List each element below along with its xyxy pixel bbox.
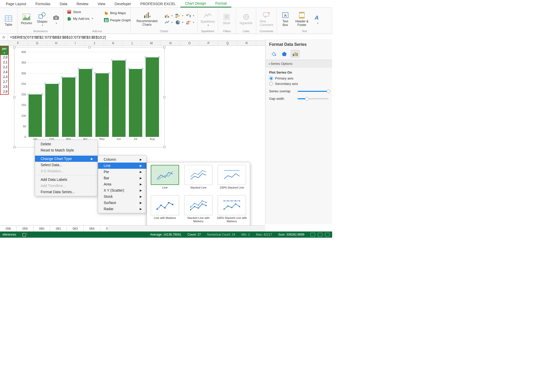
embedded-chart[interactable]: 050100150200250300350400 JanFebMarAprMay…: [14, 47, 165, 147]
resize-handle[interactable]: [163, 46, 165, 48]
col-header[interactable]: H: [47, 41, 66, 46]
chart-type-area[interactable]: Area▶: [98, 181, 146, 187]
store-button[interactable]: Store: [66, 9, 82, 15]
chart-type-stock[interactable]: Stock▶: [98, 193, 146, 200]
col-header-blank[interactable]: [0, 41, 9, 46]
view-page-break-icon[interactable]: [325, 233, 330, 236]
sheet-tab[interactable]: 061: [50, 226, 67, 231]
chart-type-column[interactable]: Column▶: [98, 156, 146, 163]
pictures-button[interactable]: Pictures: [20, 13, 33, 25]
line-option-line-with-markers[interactable]: Line with Markers: [149, 195, 180, 223]
sparklines-button[interactable]: Sparklines: [200, 11, 216, 27]
col-header[interactable]: J: [85, 41, 104, 46]
chart-bar[interactable]: [79, 69, 92, 137]
macro-record-icon[interactable]: [22, 233, 27, 237]
chart-combo-button[interactable]: [185, 19, 195, 25]
chart-column-button[interactable]: [163, 13, 174, 19]
tab-data[interactable]: Data: [55, 1, 72, 7]
secondary-axis-radio[interactable]: Secondary axis: [269, 82, 329, 86]
series-overlap-slider[interactable]: [298, 91, 329, 92]
recommended-charts-button[interactable]: Recommended Charts: [133, 11, 161, 27]
chart-type-radar[interactable]: Radar▶: [98, 206, 146, 212]
my-addins-button[interactable]: My Add-ins: [66, 15, 94, 22]
tab-view[interactable]: View: [93, 1, 110, 7]
bar-group[interactable]: [60, 77, 77, 137]
chart-waterfall-button[interactable]: [185, 13, 195, 19]
data-cell[interactable]: 2,7: [1, 79, 8, 84]
data-cell[interactable]: 2,5: [1, 84, 8, 89]
sheet-tab[interactable]: 060: [33, 226, 50, 231]
bar-group[interactable]: [43, 84, 60, 137]
ctx-delete[interactable]: Delete: [35, 141, 98, 147]
chart-bar[interactable]: [129, 69, 142, 137]
panel-tab-effects[interactable]: [280, 50, 289, 58]
shapes-button[interactable]: Shapes: [36, 11, 49, 27]
panel-tab-series-options[interactable]: [291, 50, 299, 58]
tab-formulas[interactable]: Formulas: [31, 1, 55, 7]
gap-width-slider[interactable]: [298, 98, 329, 99]
table-button[interactable]: Table: [2, 14, 15, 27]
data-cell[interactable]: 2,2: [1, 65, 8, 70]
col-header[interactable]: L: [123, 41, 142, 46]
primary-axis-radio[interactable]: Primary axis: [269, 76, 329, 80]
sheet-tab[interactable]: 064: [84, 226, 100, 231]
tab-format[interactable]: Format: [211, 0, 231, 7]
col-header[interactable]: K: [104, 41, 123, 46]
view-page-layout-icon[interactable]: [318, 233, 322, 236]
col-header[interactable]: F: [9, 41, 28, 46]
resize-handle[interactable]: [13, 46, 15, 48]
bar-group[interactable]: [110, 60, 127, 137]
tab-developer[interactable]: Developer: [110, 1, 136, 7]
chart-bar[interactable]: [146, 57, 159, 137]
resize-handle[interactable]: [163, 96, 165, 98]
col-header[interactable]: Q: [218, 41, 237, 46]
data-cell[interactable]: 2,3: [1, 75, 8, 79]
sheet-tab[interactable]: 058: [0, 226, 17, 231]
bar-group[interactable]: [27, 94, 43, 137]
chart-type-bar[interactable]: Bar▶: [98, 175, 146, 181]
slicer-button[interactable]: Slicer: [220, 13, 233, 25]
hyperlink-button[interactable]: Hyperlink: [238, 13, 254, 25]
view-normal-icon[interactable]: [311, 233, 315, 236]
resize-handle[interactable]: [89, 46, 91, 48]
tab-review[interactable]: Review: [72, 1, 93, 7]
line-option-line[interactable]: Line: [149, 165, 180, 193]
new-comment-button[interactable]: ✦NewComment: [258, 11, 275, 27]
col-header[interactable]: M: [142, 41, 161, 46]
chart-bar[interactable]: [29, 94, 42, 137]
data-cell[interactable]: 2,0: [1, 55, 8, 60]
bar-group[interactable]: [77, 69, 94, 137]
tab-chart-design[interactable]: Chart Design: [180, 0, 211, 7]
screenshot-button[interactable]: [51, 13, 61, 25]
chart-bar[interactable]: [62, 77, 75, 137]
chart-bar[interactable]: [95, 73, 109, 137]
header-footer-button[interactable]: Header &Footer: [294, 11, 310, 27]
line-option-100-stacked-line-with-markers[interactable]: 100% Stacked Line with Markers: [216, 195, 247, 223]
chart-type-surface[interactable]: Surface▶: [98, 200, 146, 206]
resize-handle[interactable]: [13, 146, 15, 148]
chart-pie-button[interactable]: [174, 19, 184, 25]
col-header[interactable]: I: [66, 41, 85, 46]
chart-bar[interactable]: [112, 60, 126, 137]
col-header[interactable]: N: [161, 41, 180, 46]
chart-bar[interactable]: [45, 84, 59, 137]
line-option-100-stacked-line[interactable]: 100% Stacked Line: [216, 165, 247, 193]
series-options-header[interactable]: Series Options: [266, 60, 332, 67]
wordart-button[interactable]: A: [312, 13, 323, 25]
text-box-button[interactable]: ATextBox: [279, 11, 292, 27]
bar-group[interactable]: [144, 57, 161, 137]
panel-tab-fill[interactable]: [269, 50, 278, 58]
chart-type-line[interactable]: Line▶: [98, 163, 146, 169]
bing-maps-button[interactable]: Bing Maps: [103, 10, 132, 16]
chart-type-x-y-scatter-[interactable]: X Y (Scatter)▶: [98, 187, 146, 193]
tab-professor-excel[interactable]: PROFESSOR EXCEL: [136, 1, 180, 7]
col-header[interactable]: P: [199, 41, 218, 46]
resize-handle[interactable]: [13, 96, 15, 98]
data-cell[interactable]: 2,1: [1, 60, 8, 65]
ctx-change-chart-type[interactable]: Change Chart Type▶: [35, 156, 98, 162]
formula-input[interactable]: [8, 35, 332, 39]
data-cell[interactable]: 2,4: [1, 70, 8, 75]
ctx-format-data-series[interactable]: Format Data Series...: [35, 189, 98, 195]
sheet-tab[interactable]: 063: [67, 226, 84, 231]
data-column-selected[interactable]: perr 2,0 2,1 2,2 2,4 2,3 2,7 2,5 2,8: [0, 46, 9, 95]
